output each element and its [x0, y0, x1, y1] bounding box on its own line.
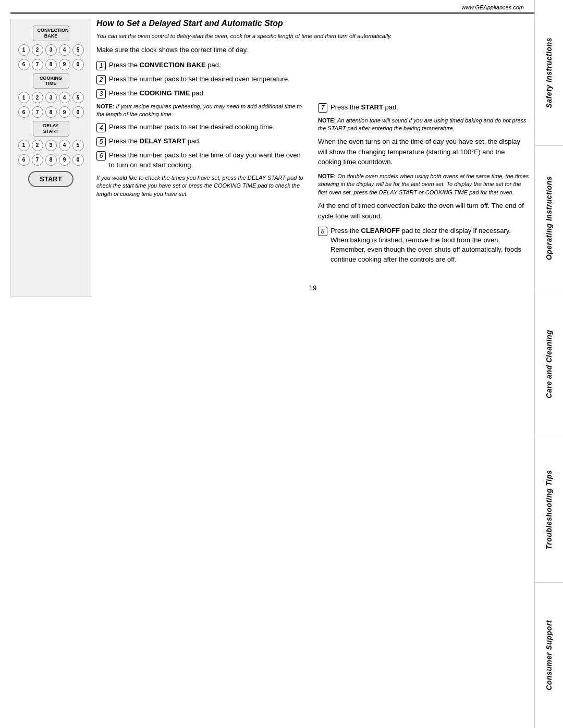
step-number-6: 6 — [96, 151, 106, 161]
key-2: 2 — [32, 44, 43, 56]
key-7b: 7 — [32, 106, 43, 118]
keypad-row-3: 1 2 3 4 5 — [18, 92, 84, 103]
key-5c: 5 — [72, 140, 84, 151]
key-1c: 1 — [18, 140, 30, 151]
key-9b: 9 — [59, 106, 70, 118]
step-text-8: Press the CLEAR/OFF pad to clear the dis… — [331, 226, 529, 264]
step-number-1: 1 — [96, 61, 106, 70]
sidebar-operating: Operating Instructions — [535, 146, 563, 292]
note-2: NOTE: An attention tone will sound if yo… — [318, 117, 529, 133]
convection-bake-button: CONVECTIONBAKE — [33, 26, 69, 41]
key-8: 8 — [45, 59, 57, 70]
key-8b: 8 — [45, 106, 57, 118]
clock-note: Make sure the clock shows the correct ti… — [96, 45, 529, 55]
step-number-3: 3 — [96, 89, 106, 98]
keypad-row-6: 6 7 8 9 0 — [18, 154, 84, 166]
step-text-3: Press the COOKING TIME pad. — [109, 89, 205, 98]
sidebar-label-troubleshooting: Troubleshooting Tips — [545, 470, 553, 550]
sidebar-label-care: Care and Cleaning — [545, 330, 553, 398]
keypad-row-2: 6 7 8 9 0 — [18, 59, 84, 70]
sidebar-label-consumer: Consumer Support — [545, 620, 553, 690]
step-number-7: 7 — [318, 103, 327, 113]
page-number: 19 — [96, 279, 529, 297]
intro-text: You can set the oven control to delay-st… — [96, 32, 529, 40]
key-3: 3 — [45, 44, 57, 56]
sidebar-troubleshooting: Troubleshooting Tips — [535, 437, 563, 583]
key-6b: 6 — [18, 106, 30, 118]
website-header: www.GEAppliances.com — [10, 0, 534, 14]
key-3c: 3 — [45, 140, 57, 151]
sidebar-safety: Safety Instructions — [535, 0, 563, 146]
key-0b: 0 — [72, 106, 84, 118]
right-sidebar: Safety Instructions Operating Instructio… — [534, 0, 563, 728]
note-1: NOTE: If your recipe requires preheating… — [96, 103, 308, 119]
keypad-panel: CONVECTIONBAKE 1 2 3 4 5 6 7 8 9 0 C — [10, 19, 91, 297]
key-7: 7 — [32, 59, 43, 70]
step-8: 8 Press the CLEAR/OFF pad to clear the d… — [318, 226, 529, 264]
step-text-1: Press the CONVECTION BAKE pad. — [109, 60, 221, 70]
step-text-4: Press the number pads to set the desired… — [109, 122, 275, 132]
step-number-4: 4 — [96, 123, 106, 132]
sidebar-consumer: Consumer Support — [535, 583, 563, 728]
key-4c: 4 — [59, 140, 70, 151]
step-text-2: Press the number pads to set the desired… — [109, 75, 290, 84]
oven-turns-on-text: When the oven turns on at the time of da… — [318, 137, 529, 167]
key-5: 5 — [72, 44, 84, 56]
step-text-6: Press the number pads to set the time of… — [109, 151, 308, 169]
section-title: How to Set a Delayed Start and Automatic… — [96, 19, 529, 28]
key-6c: 6 — [18, 154, 30, 166]
key-0: 0 — [72, 59, 84, 70]
key-4b: 4 — [59, 92, 70, 103]
cooking-time-button: COOKINGTIME — [33, 73, 69, 89]
key-1: 1 — [18, 44, 30, 56]
sidebar-care: Care and Cleaning — [535, 291, 563, 437]
step-2: 2 Press the number pads to set the desir… — [96, 75, 529, 84]
key-0c: 0 — [72, 154, 84, 166]
key-3b: 3 — [45, 92, 57, 103]
key-5b: 5 — [72, 92, 84, 103]
col-left: NOTE: If your recipe requires preheating… — [96, 103, 308, 268]
step-3: 3 Press the COOKING TIME pad. — [96, 89, 529, 98]
start-button: START — [28, 171, 73, 187]
key-9c: 9 — [59, 154, 70, 166]
step-number-2: 2 — [96, 75, 106, 84]
col-right: 7 Press the START pad. NOTE: An attentio… — [318, 103, 529, 268]
delay-start-button: DELAYSTART — [33, 121, 69, 137]
step-1: 1 Press the CONVECTION BAKE pad. — [96, 60, 529, 70]
two-column-section: NOTE: If your recipe requires preheating… — [96, 103, 529, 268]
sidebar-label-operating: Operating Instructions — [545, 176, 553, 260]
instructions-area: How to Set a Delayed Start and Automatic… — [96, 19, 529, 297]
key-1b: 1 — [18, 92, 30, 103]
end-of-cycle-text: At the end of timed convection bake the … — [318, 201, 529, 221]
step-6: 6 Press the number pads to set the time … — [96, 151, 308, 169]
step-number-8: 8 — [318, 227, 327, 236]
step-4: 4 Press the number pads to set the desir… — [96, 122, 308, 132]
key-6: 6 — [18, 59, 30, 70]
note-3: NOTE: On double oven models when using b… — [318, 172, 529, 196]
step-text-7: Press the START pad. — [331, 103, 398, 112]
key-8c: 8 — [45, 154, 57, 166]
keypad-row-5: 1 2 3 4 5 — [18, 140, 84, 151]
step-7: 7 Press the START pad. — [318, 103, 529, 113]
step-text-5: Press the DELAY START pad. — [109, 137, 201, 146]
step-number-5: 5 — [96, 137, 106, 146]
step-5: 5 Press the DELAY START pad. — [96, 137, 308, 146]
website-text: www.GEAppliances.com — [461, 4, 524, 10]
key-2b: 2 — [32, 92, 43, 103]
key-7c: 7 — [32, 154, 43, 166]
check-times-note: If you would like to check the times you… — [96, 174, 308, 198]
key-9: 9 — [59, 59, 70, 70]
keypad-row-1: 1 2 3 4 5 — [18, 44, 84, 56]
sidebar-label-safety: Safety Instructions — [545, 38, 553, 108]
key-2c: 2 — [32, 140, 43, 151]
keypad-row-4: 6 7 8 9 0 — [18, 106, 84, 118]
key-4: 4 — [59, 44, 70, 56]
